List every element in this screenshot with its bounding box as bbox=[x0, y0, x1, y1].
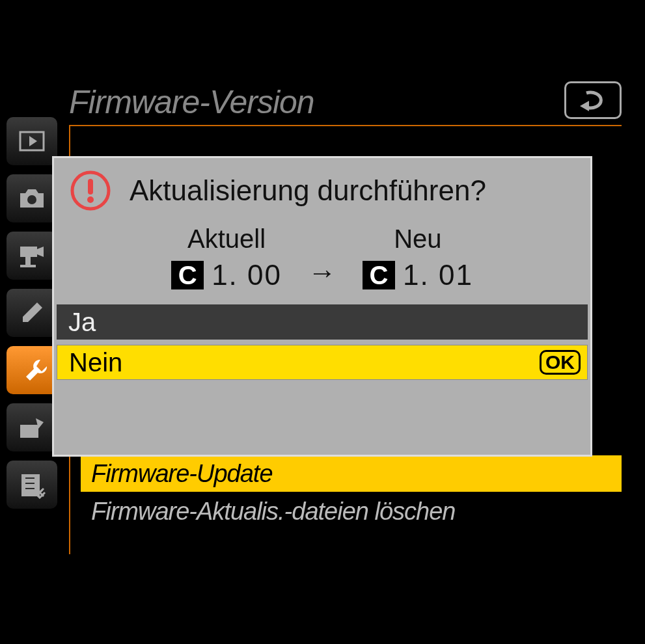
option-no-label: Nein bbox=[69, 348, 122, 377]
svg-point-9 bbox=[87, 196, 94, 203]
version-comparison: Aktuell C 1. 00 → Neu C 1. 01 bbox=[54, 218, 590, 304]
tab-photo[interactable] bbox=[7, 174, 57, 222]
tab-mymenu[interactable] bbox=[7, 461, 57, 509]
tab-video[interactable] bbox=[7, 232, 57, 280]
tab-pencil[interactable] bbox=[7, 289, 57, 337]
confirm-update-dialog: Aktualisierung durchführen? Aktuell C 1.… bbox=[52, 156, 592, 457]
current-version-value: 1. 00 bbox=[212, 259, 282, 291]
svg-rect-5 bbox=[20, 425, 38, 438]
svg-rect-4 bbox=[20, 265, 36, 267]
arrow-icon: → bbox=[308, 256, 336, 289]
firmware-type-badge: C bbox=[363, 261, 395, 289]
dialog-title: Aktualisierung durchführen? bbox=[130, 174, 486, 207]
svg-rect-2 bbox=[20, 247, 37, 257]
pencil-icon bbox=[18, 299, 46, 327]
title-divider bbox=[69, 125, 622, 126]
camera-icon bbox=[18, 184, 46, 213]
page-title: Firmware-Version bbox=[69, 83, 314, 121]
camera-menu-screen: Firmware-Version bbox=[0, 0, 645, 644]
svg-rect-3 bbox=[25, 257, 31, 266]
new-version-block: Neu C 1. 01 bbox=[363, 224, 473, 291]
new-label: Neu bbox=[394, 224, 441, 254]
firmware-type-badge: C bbox=[171, 261, 204, 289]
svg-rect-8 bbox=[88, 179, 93, 195]
wrench-icon bbox=[22, 356, 51, 384]
svg-point-1 bbox=[27, 195, 36, 204]
option-yes-label: Ja bbox=[68, 308, 96, 337]
back-button[interactable] bbox=[564, 81, 622, 119]
mymenu-icon bbox=[18, 470, 46, 499]
option-yes[interactable]: Ja bbox=[57, 304, 588, 340]
dialog-header: Aktualisierung durchführen? bbox=[54, 158, 590, 218]
retouch-icon bbox=[18, 413, 46, 442]
new-version-value: 1. 01 bbox=[403, 259, 473, 291]
video-icon bbox=[18, 241, 46, 270]
tab-playback[interactable] bbox=[7, 117, 57, 165]
playback-icon bbox=[18, 127, 46, 155]
tab-retouch[interactable] bbox=[7, 403, 57, 451]
current-label: Aktuell bbox=[187, 224, 266, 254]
current-version-block: Aktuell C 1. 00 bbox=[171, 224, 282, 291]
back-arrow-icon bbox=[577, 88, 609, 113]
option-no[interactable]: Nein OK bbox=[57, 345, 588, 380]
menu-item-delete-firmware-files[interactable]: Firmware-Aktualis.-dateien löschen bbox=[81, 493, 622, 530]
warning-icon bbox=[70, 170, 111, 211]
menu-item-firmware-update[interactable]: Firmware-Update bbox=[81, 455, 622, 492]
ok-badge: OK bbox=[540, 350, 581, 375]
